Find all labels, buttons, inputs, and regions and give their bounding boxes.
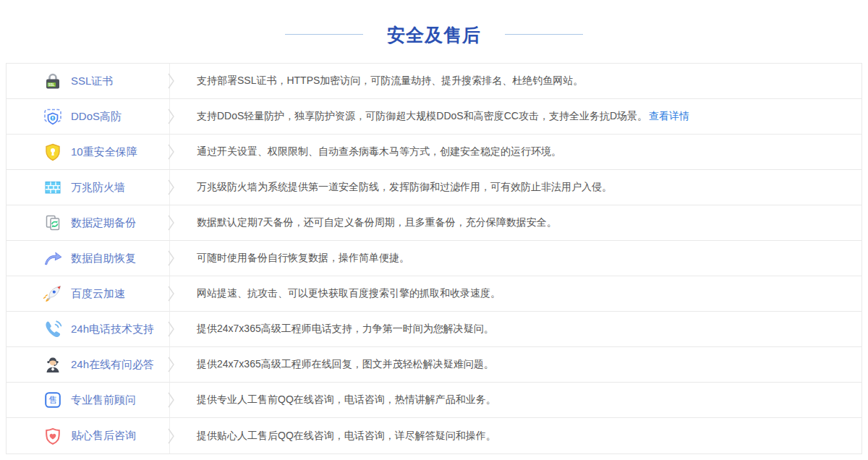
feature-desc-cell: 万兆级防火墙为系统提供第一道安全防线，发挥防御和过滤作用，可有效防止非法用户入侵… (170, 170, 861, 205)
feature-row-online-support: 24h在线有问必答 提供24x7x365高级工程师在线回复，图文并茂轻松解决疑难… (7, 347, 861, 383)
phone-waves-icon (43, 319, 63, 339)
feature-label: DDoS高防 (71, 110, 122, 124)
firewall-bricks-icon (43, 177, 63, 197)
feature-desc-cell: 可随时使用备份自行恢复数据，操作简单便捷。 (170, 241, 861, 276)
feature-cell: 10重安全保障 (7, 135, 170, 169)
feature-row-ssl: SSL SSL证书 支持部署SSL证书，HTTPS加密访问，可防流量劫持、提升搜… (7, 64, 861, 99)
view-details-link[interactable]: 查看详情 (649, 110, 689, 123)
feature-cell: 24h在线有问必答 (7, 347, 170, 382)
feature-desc-cell: 网站提速、抗攻击、可以更快获取百度搜索引擎的抓取和收录速度。 (170, 276, 861, 311)
feature-label: SSL证书 (71, 74, 113, 88)
feature-desc-cell: 通过开关设置、权限限制、自动查杀病毒木马等方式，创建安全稳定的运行环境。 (170, 135, 861, 169)
feature-desc-cell: 提供24x7x365高级工程师在线回复，图文并茂轻松解决疑难问题。 (170, 347, 861, 382)
feature-table: SSL SSL证书 支持部署SSL证书，HTTPS加密访问，可防流量劫持、提升搜… (6, 63, 862, 454)
svg-text:售: 售 (48, 395, 57, 405)
feature-description: 通过开关设置、权限限制、自动查杀病毒木马等方式，创建安全稳定的运行环境。 (197, 145, 561, 158)
svg-text:SSL: SSL (48, 83, 55, 87)
title-divider-right (505, 34, 583, 35)
feature-cell: 售 专业售前顾问 (7, 383, 170, 417)
title-divider-left (285, 34, 363, 35)
backup-pages-icon (43, 213, 63, 233)
feature-description: 可随时使用备份自行恢复数据，操作简单便捷。 (197, 252, 409, 265)
feature-desc-cell: 提供专业人工售前QQ在线咨询，电话咨询，热情讲解产品和业务。 (170, 383, 861, 417)
heart-shield-icon (43, 426, 63, 446)
feature-label: 24h在线有问必答 (71, 358, 154, 372)
feature-description: 数据默认定期7天备份，还可自定义备份周期，且多重备份，充分保障数据安全。 (197, 216, 557, 229)
feature-description: 提供24x7x365高级工程师电话支持，力争第一时间为您解决疑问。 (197, 323, 494, 336)
restore-arrow-icon (43, 248, 63, 268)
feature-label: 贴心售后咨询 (71, 429, 136, 443)
feature-row-aftersale: 贴心售后咨询 提供贴心人工售后QQ在线咨询，电话咨询，详尽解答疑问和操作。 (7, 418, 861, 453)
feature-cell: DDoS高防 (7, 99, 170, 134)
feature-row-security: 10重安全保障 通过开关设置、权限限制、自动查杀病毒木马等方式，创建安全稳定的运… (7, 135, 861, 170)
feature-desc-cell: 支持DDoS轻量防护，独享防护资源，可防御超大规模DDoS和高密度CC攻击，支持… (170, 99, 861, 134)
security-aftersales-section: 安全及售后 SSL SSL证书 支持部署SSL证书，HTTPS加密访问，可防流量… (0, 0, 868, 454)
shield-keyhole-icon (43, 142, 63, 162)
ssl-lock-icon: SSL (43, 71, 63, 91)
feature-description: 网站提速、抗攻击、可以更快获取百度搜索引擎的抓取和收录速度。 (197, 287, 501, 300)
feature-row-presale: 售 专业售前顾问 提供专业人工售前QQ在线咨询，电话咨询，热情讲解产品和业务。 (7, 383, 861, 418)
feature-desc-cell: 提供贴心人工售后QQ在线咨询，电话咨询，详尽解答疑问和操作。 (170, 418, 861, 453)
feature-label: 百度云加速 (71, 287, 125, 301)
feature-label: 24h电话技术支持 (71, 323, 154, 336)
section-header: 安全及售后 (0, 0, 868, 63)
feature-label: 数据定期备份 (71, 216, 136, 230)
feature-label: 专业售前顾问 (71, 393, 136, 407)
feature-description: 支持部署SSL证书，HTTPS加密访问，可防流量劫持、提升搜索排名、杜绝钓鱼网站… (197, 74, 583, 88)
feature-cell: 数据自助恢复 (7, 241, 170, 276)
feature-cell: 24h电话技术支持 (7, 312, 170, 346)
feature-cell: 数据定期备份 (7, 205, 170, 240)
feature-description: 提供专业人工售前QQ在线咨询，电话咨询，热情讲解产品和业务。 (197, 393, 496, 406)
feature-desc-cell: 数据默认定期7天备份，还可自定义备份周期，且多重备份，充分保障数据安全。 (170, 205, 861, 240)
feature-row-ddos: DDoS高防 支持DDoS轻量防护，独享防护资源，可防御超大规模DDoS和高密度… (7, 99, 861, 135)
feature-cell: 贴心售后咨询 (7, 418, 170, 453)
feature-row-phone-support: 24h电话技术支持 提供24x7x365高级工程师电话支持，力争第一时间为您解决… (7, 312, 861, 347)
feature-desc-cell: 提供24x7x365高级工程师电话支持，力争第一时间为您解决疑问。 (170, 312, 861, 346)
feature-description: 提供24x7x365高级工程师在线回复，图文并茂轻松解决疑难问题。 (197, 358, 494, 371)
feature-label: 10重安全保障 (71, 145, 137, 159)
feature-label: 数据自助恢复 (71, 252, 136, 265)
feature-description: 万兆级防火墙为系统提供第一道安全防线，发挥防御和过滤作用，可有效防止非法用户入侵… (197, 181, 612, 194)
feature-row-restore: 数据自助恢复 可随时使用备份自行恢复数据，操作简单便捷。 (7, 241, 861, 276)
feature-row-firewall: 万兆防火墙 万兆级防火墙为系统提供第一道安全防线，发挥防御和过滤作用，可有效防止… (7, 170, 861, 205)
feature-cell: 万兆防火墙 (7, 170, 170, 205)
support-agent-icon (43, 354, 63, 375)
feature-label: 万兆防火墙 (71, 181, 125, 195)
feature-row-cdn: 百度云加速 网站提速、抗攻击、可以更快获取百度搜索引擎的抓取和收录速度。 (7, 276, 861, 312)
feature-description: 提供贴心人工售后QQ在线咨询，电话咨询，详尽解答疑问和操作。 (197, 430, 496, 443)
feature-cell: SSL SSL证书 (7, 64, 170, 98)
rocket-icon (43, 284, 63, 304)
feature-cell: 百度云加速 (7, 276, 170, 311)
feature-desc-cell: 支持部署SSL证书，HTTPS加密访问，可防流量劫持、提升搜索排名、杜绝钓鱼网站… (170, 64, 861, 98)
feature-description: 支持DDoS轻量防护，独享防护资源，可防御超大规模DDoS和高密度CC攻击，支持… (197, 110, 647, 123)
section-title: 安全及售后 (387, 24, 481, 46)
feature-row-backup: 数据定期备份 数据默认定期7天备份，还可自定义备份周期，且多重备份，充分保障数据… (7, 205, 861, 241)
presale-badge-icon: 售 (43, 390, 63, 410)
ddos-shield-icon (43, 106, 63, 127)
